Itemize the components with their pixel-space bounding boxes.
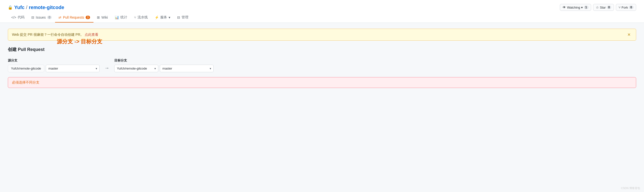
banner-text: Web 提交 PR 很麻烦？一行命令自动创建 PR。 点此查看 — [12, 33, 98, 37]
fork-count: 0 — [629, 6, 634, 9]
source-branch-section: 源分支 Yufch/remote-gitcode master — [8, 58, 100, 72]
source-branch-select[interactable]: master — [46, 65, 100, 72]
target-repo-select[interactable]: Yufch/remote-gitcode — [114, 65, 158, 72]
tab-pr-label: Pull Requests — [63, 16, 84, 19]
source-branch-select-wrapper[interactable]: master — [46, 65, 100, 72]
repo-title: 🔒 Yufc / remote-gitcode — [8, 5, 64, 10]
star-icon: ☆ — [596, 6, 599, 9]
pipeline-icon: ⑂ — [134, 16, 136, 19]
pr-badge: 0 — [86, 16, 90, 19]
target-branch-label: 目标分支 — [114, 58, 214, 63]
tab-wiki-label: Wiki — [101, 16, 108, 19]
source-repo-display: Yufch/remote-gitcode — [8, 65, 44, 72]
watching-dropdown-icon: ▾ — [581, 6, 583, 9]
tab-services[interactable]: ⚡ 服务 ▾ — [151, 13, 174, 23]
target-branch-select[interactable]: master — [160, 65, 214, 72]
source-select-row: Yufch/remote-gitcode master — [8, 65, 100, 72]
main-content: Web 提交 PR 很麻烦？一行命令自动创建 PR。 点此查看 ✕ 创建 Pul… — [0, 23, 644, 145]
fork-icon: ⑂ — [618, 6, 620, 9]
services-icon: ⚡ — [155, 16, 159, 19]
watching-label: Watching — [567, 6, 580, 9]
nav-tabs: </> 代码 ⊟ Issues 0 ⇄ Pull Requests 0 ⊞ Wi… — [8, 13, 636, 23]
manage-icon: ⊟ — [177, 16, 180, 19]
action-buttons: 👁 Watching ▾ 1 ☆ Star 0 ⑂ Fork 0 — [560, 4, 636, 11]
star-label: Star — [600, 6, 606, 9]
issues-icon: ⊟ — [31, 16, 34, 19]
services-dropdown-icon: ▾ — [168, 16, 170, 19]
tab-pipeline[interactable]: ⑂ 流水线 — [131, 13, 151, 23]
star-count: 0 — [607, 6, 612, 9]
error-message: 必须选择不同分支 — [8, 77, 636, 88]
repo-separator: / — [26, 5, 28, 10]
target-branch-select-wrapper[interactable]: master — [160, 65, 214, 72]
pr-create-title: 创建 Pull Request — [8, 47, 636, 52]
tab-issues[interactable]: ⊟ Issues 0 — [28, 13, 55, 23]
tab-pull-requests[interactable]: ⇄ Pull Requests 0 — [55, 13, 94, 23]
tab-pipeline-label: 流水线 — [138, 15, 148, 20]
tab-services-label: 服务 — [160, 15, 167, 20]
branch-arrow: → — [104, 65, 109, 71]
header: 🔒 Yufc / remote-gitcode 👁 Watching ▾ 1 ☆… — [0, 0, 644, 23]
fork-button[interactable]: ⑂ Fork 0 — [616, 4, 636, 11]
watching-button[interactable]: 👁 Watching ▾ 1 — [560, 4, 591, 11]
tab-code-label: 代码 — [18, 15, 24, 20]
repo-title-row: 🔒 Yufc / remote-gitcode 👁 Watching ▾ 1 ☆… — [8, 0, 636, 11]
info-banner: Web 提交 PR 很麻烦？一行命令自动创建 PR。 点此查看 ✕ — [8, 29, 636, 41]
tab-manage-label: 管理 — [182, 15, 188, 20]
repo-owner-link[interactable]: Yufc — [14, 5, 24, 10]
target-repo-select-wrapper[interactable]: Yufch/remote-gitcode — [114, 65, 158, 72]
eye-icon: 👁 — [562, 6, 566, 9]
target-select-row: Yufch/remote-gitcode master — [114, 65, 214, 72]
repo-name-link[interactable]: remote-gitcode — [29, 5, 64, 10]
tab-stats-label: 统计 — [120, 15, 127, 20]
watching-count: 1 — [584, 6, 588, 9]
tab-code[interactable]: </> 代码 — [8, 13, 28, 23]
star-button[interactable]: ☆ Star 0 — [593, 4, 614, 11]
wiki-icon: ⊞ — [97, 16, 100, 19]
banner-close-button[interactable]: ✕ — [626, 32, 632, 38]
stats-icon: 📊 — [115, 16, 119, 19]
tab-issues-label: Issues — [36, 16, 46, 19]
source-branch-label: 源分支 — [8, 58, 100, 63]
tab-wiki[interactable]: ⊞ Wiki — [94, 13, 111, 23]
banner-link[interactable]: 点此查看 — [85, 33, 98, 37]
tab-stats[interactable]: 📊 统计 — [111, 13, 131, 23]
code-icon: </> — [11, 16, 16, 19]
tab-manage[interactable]: ⊟ 管理 — [174, 13, 192, 23]
pr-icon: ⇄ — [58, 16, 62, 19]
fork-label: Fork — [622, 6, 628, 9]
target-branch-section: 目标分支 Yufch/remote-gitcode master — [114, 58, 214, 72]
lock-icon: 🔒 — [8, 5, 13, 10]
issues-badge: 0 — [47, 16, 52, 19]
